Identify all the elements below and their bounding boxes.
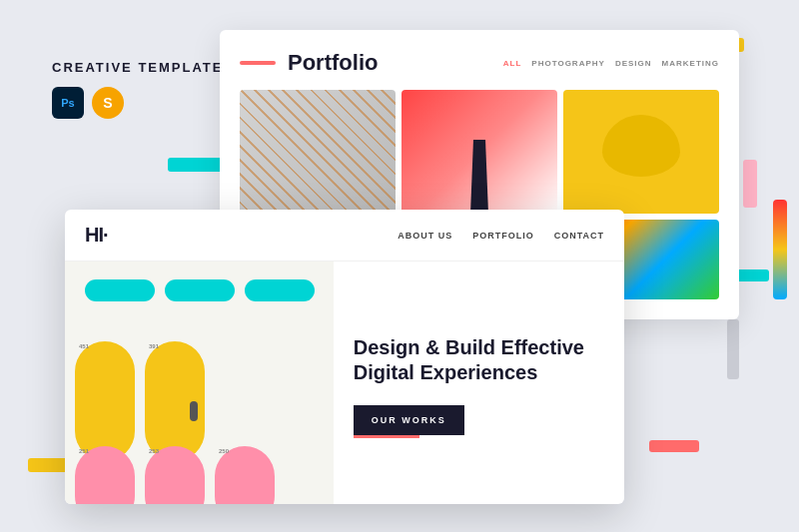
portfolio-header: Portfolio ALL PHOTOGRAPHY DESIGN MARKETI… [240, 50, 719, 76]
branding-section: CReATIvE templATe Ps S [52, 60, 223, 119]
portfolio-title: Portfolio [288, 50, 378, 76]
hero-figure [190, 401, 198, 421]
portfolio-nav-design[interactable]: DESIGN [615, 59, 652, 68]
pill-label-3: 251 [79, 448, 89, 454]
portfolio-image-2 [401, 90, 557, 214]
pill-label-2: 391 [149, 343, 159, 349]
main-site-content: 451 391 251 253 250 Desi [65, 262, 624, 504]
deco-colorful-right [773, 200, 787, 299]
sketch-icon: S [92, 87, 124, 119]
main-site-nav: HI· ABOUT US PORTFOLIO CONTACT [65, 210, 624, 262]
pill-pink-1: 251 [75, 446, 135, 504]
nav-contact[interactable]: CONTACT [554, 231, 604, 241]
site-logo: HI· [85, 224, 108, 247]
hero-text-area: Design & Build Effective Digital Experie… [334, 262, 624, 504]
deco-pink-right [743, 160, 757, 208]
hero-headline: Design & Build Effective Digital Experie… [354, 335, 604, 385]
portfolio-nav-marketing[interactable]: MARKETING [662, 59, 719, 68]
portfolio-image-3 [563, 90, 719, 214]
our-works-button[interactable]: OUR WORKS [354, 405, 464, 435]
pill-cyan-2 [165, 279, 235, 301]
portfolio-nav-photography[interactable]: PHOTOGRAPHY [531, 59, 605, 68]
pill-yellow-1: 451 [75, 341, 135, 461]
hero-background: 451 391 251 253 250 [65, 262, 334, 504]
nav-portfolio[interactable]: PORTFOLIO [472, 231, 534, 241]
pill-cyan-1 [85, 279, 155, 301]
pill-pink-2: 253 [145, 446, 205, 504]
deco-dark-right [727, 319, 739, 379]
app-icons-group: Ps S [52, 87, 223, 119]
portfolio-nav: ALL PHOTOGRAPHY DESIGN MARKETING [503, 59, 719, 68]
pill-pink-3: 250 [215, 446, 275, 504]
hero-image-area: 451 391 251 253 250 [65, 262, 334, 504]
portfolio-accent-line [240, 61, 276, 65]
creative-template-title: CReATIvE templATe [52, 60, 223, 75]
nav-about[interactable]: ABOUT US [398, 231, 452, 241]
pill-label-5: 250 [219, 448, 229, 454]
main-site-card: HI· ABOUT US PORTFOLIO CONTACT 451 391 [65, 210, 624, 504]
photoshop-icon: Ps [52, 87, 84, 119]
pill-cyan-3 [245, 279, 315, 301]
portfolio-nav-all[interactable]: ALL [503, 59, 522, 68]
pill-label-4: 253 [149, 448, 159, 454]
site-nav-links: ABOUT US PORTFOLIO CONTACT [398, 231, 604, 241]
pill-label-1: 451 [79, 343, 89, 349]
deco-red-bottom [649, 440, 699, 452]
